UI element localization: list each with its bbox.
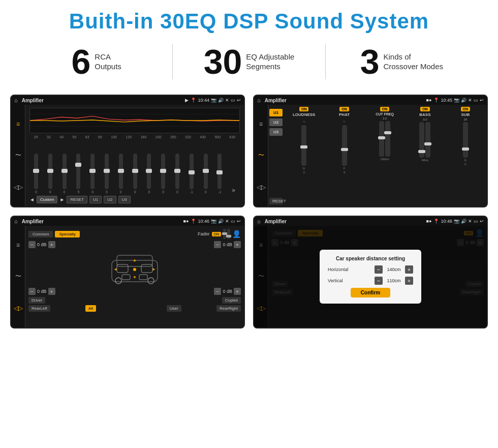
- status-icons-3: 📍 10:46 📷 🔊 ✕ ▭ ↩: [191, 219, 241, 224]
- minus-btn-fl[interactable]: −: [28, 241, 36, 248]
- header: Buith-in 30EQ DSP Sound System: [0, 0, 498, 39]
- wave-icon-3[interactable]: 〜: [15, 272, 21, 281]
- fader-on-badge[interactable]: ON: [212, 232, 222, 236]
- on-sub[interactable]: ON: [461, 107, 471, 111]
- rearleft-btn-3[interactable]: RearLeft: [28, 305, 50, 312]
- slider-thumb-9[interactable]: [146, 169, 152, 173]
- slider-track-13[interactable]: [204, 154, 208, 189]
- wave-icon-2[interactable]: 〜: [258, 151, 264, 160]
- minus-btn-fr[interactable]: −: [214, 241, 221, 248]
- volume-ctrl-icon[interactable]: ◁▷: [14, 184, 23, 191]
- slider-track-11[interactable]: [175, 154, 179, 189]
- minus-btn-rl[interactable]: −: [28, 288, 36, 295]
- slider-thumb-13[interactable]: [203, 169, 209, 173]
- plus-btn-rl[interactable]: +: [48, 288, 55, 295]
- tab-specialty-3[interactable]: Specialty: [55, 231, 79, 237]
- on-loudness[interactable]: ON: [299, 107, 309, 111]
- avatar-icon-3[interactable]: 👤: [232, 230, 241, 238]
- cutfreq-slider-f[interactable]: [379, 121, 384, 157]
- bass-slider-f[interactable]: [419, 122, 424, 158]
- close-icon-2: ✕: [468, 98, 472, 103]
- slider-thumb-7[interactable]: [118, 169, 124, 173]
- time-2: 10:45: [441, 98, 452, 103]
- location-icon-1: 📍: [191, 98, 196, 103]
- plus-btn-fr[interactable]: +: [234, 241, 241, 248]
- slider-track-6[interactable]: [105, 154, 109, 189]
- slider-track-3[interactable]: [63, 154, 67, 189]
- svg-rect-10: [122, 275, 130, 280]
- on-bass[interactable]: ON: [420, 107, 430, 111]
- prev-icon[interactable]: ◄: [29, 197, 35, 202]
- vertical-minus[interactable]: −: [375, 277, 383, 285]
- bass-slider-g[interactable]: [425, 122, 430, 158]
- slider-track-14[interactable]: [217, 154, 222, 189]
- next-icon[interactable]: ►: [59, 197, 65, 202]
- u1-btn[interactable]: U1: [89, 196, 102, 203]
- u2-preset[interactable]: U2: [269, 118, 283, 126]
- slider-thumb-8[interactable]: [132, 169, 138, 173]
- driver-btn-3[interactable]: Driver: [28, 297, 45, 304]
- location-icon-4: 📍: [433, 219, 439, 224]
- slider-thumb-3[interactable]: [61, 169, 68, 173]
- slider-col-expand: »: [232, 187, 235, 194]
- user-label-3[interactable]: User: [167, 305, 181, 312]
- slider-thumb-2[interactable]: [47, 169, 53, 173]
- eq-icon-2[interactable]: ≡: [259, 121, 263, 128]
- eq-icon-3[interactable]: ≡: [16, 242, 20, 249]
- slider-track-10[interactable]: [161, 154, 165, 189]
- slider-track-9[interactable]: [147, 154, 151, 189]
- slider-track-8[interactable]: [133, 154, 137, 189]
- slider-thumb-4[interactable]: [75, 163, 81, 167]
- slider-track-7[interactable]: [119, 154, 123, 189]
- slider-track-2[interactable]: [48, 154, 52, 189]
- slider-thumb-12[interactable]: [189, 170, 195, 174]
- volume-ctrl-icon-2[interactable]: ◁▷: [257, 184, 266, 191]
- eq-icon[interactable]: ≡: [16, 121, 20, 128]
- slider-thumb-1[interactable]: [33, 169, 39, 173]
- u1-preset[interactable]: U1: [269, 109, 283, 116]
- slider-thumb-14[interactable]: [216, 170, 223, 174]
- u3-btn[interactable]: U3: [118, 196, 131, 203]
- on-cutfreq[interactable]: ON: [380, 107, 390, 111]
- slider-col-12: -1: [190, 154, 194, 194]
- plus-btn-fl[interactable]: +: [48, 241, 55, 248]
- slider-track-1[interactable]: [34, 154, 38, 189]
- u3-preset[interactable]: U3: [269, 128, 283, 136]
- slider-track-12[interactable]: [190, 154, 194, 189]
- back-icon-4: ↩: [480, 219, 484, 224]
- horizontal-value: 140cm: [385, 267, 403, 272]
- slider-track-4[interactable]: [76, 154, 80, 189]
- slider-thumb-11[interactable]: [174, 169, 180, 173]
- dialog-horizontal-row: Horizontal − 140cm +: [328, 265, 413, 274]
- screen-eq-content: ≡ 〜 ◁▷: [11, 105, 244, 206]
- user-btn-3[interactable]: Copilot: [222, 297, 241, 304]
- rearright-btn-3[interactable]: RearRight: [216, 305, 241, 312]
- home-icon-1: ⌂: [14, 97, 18, 103]
- confirm-button[interactable]: Confirm: [351, 288, 390, 297]
- reset-btn-crossover[interactable]: RESET: [269, 198, 283, 204]
- slider-track-5[interactable]: [90, 154, 95, 189]
- sub-slider[interactable]: [463, 122, 468, 158]
- expand-icon[interactable]: »: [232, 187, 235, 194]
- slider-thumb-10[interactable]: [160, 169, 166, 173]
- horizontal-plus[interactable]: +: [405, 265, 413, 274]
- horizontal-minus[interactable]: −: [375, 265, 383, 274]
- slider-thumb-5[interactable]: [89, 169, 96, 173]
- vertical-plus[interactable]: +: [405, 277, 413, 285]
- tab-common-3[interactable]: Common: [28, 231, 53, 237]
- on-phat[interactable]: ON: [339, 107, 349, 111]
- u2-btn[interactable]: U2: [104, 196, 116, 203]
- minus-btn-rr[interactable]: −: [214, 288, 221, 295]
- all-btn-3[interactable]: All: [85, 305, 96, 312]
- cutfreq-slider-g[interactable]: [385, 121, 390, 157]
- volume-ctrl-icon-3[interactable]: ◁▷: [14, 305, 23, 312]
- reset-btn-eq[interactable]: RESET: [67, 196, 87, 203]
- loudness-slider[interactable]: [301, 125, 306, 166]
- close-icon-1: ✕: [225, 98, 229, 103]
- app-name-4: Amplifier: [265, 219, 424, 224]
- wave-icon[interactable]: 〜: [15, 151, 21, 160]
- custom-btn[interactable]: Custom: [37, 196, 58, 203]
- slider-thumb-6[interactable]: [104, 169, 110, 173]
- phat-slider[interactable]: [342, 125, 347, 166]
- plus-btn-rr[interactable]: +: [234, 288, 241, 295]
